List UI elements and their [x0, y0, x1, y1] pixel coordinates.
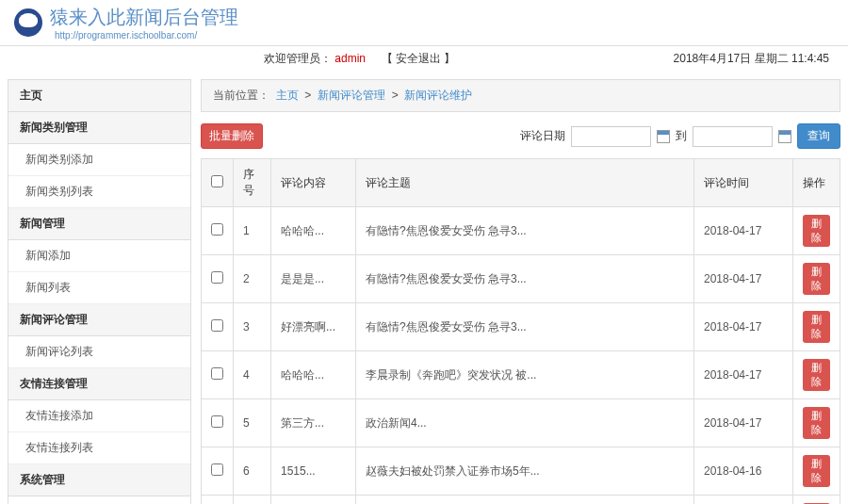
cell-time: 2018-04-17	[694, 351, 793, 399]
col-subject: 评论主题	[356, 159, 694, 207]
welcome-bar: 欢迎管理员： admin 【 安全退出 】 2018年4月17日 星期二 11:…	[0, 46, 848, 72]
search-button[interactable]: 查询	[797, 123, 840, 149]
cell-no: 3	[234, 303, 271, 351]
date-to-label: 到	[676, 128, 687, 144]
cell-no: 6	[234, 447, 271, 496]
cell-no: 1	[234, 207, 271, 255]
row-checkbox[interactable]	[211, 223, 223, 236]
row-checkbox[interactable]	[211, 319, 223, 332]
table-row: 5 第三方... 政治新闻4... 2018-04-17 删除	[202, 399, 840, 447]
sidebar-home[interactable]: 主页	[8, 80, 190, 112]
table-row: 2 是是是... 有隐情?焦恩俊爱女受伤 急寻3... 2018-04-17 删…	[202, 255, 840, 303]
col-no: 序号	[234, 159, 271, 207]
cell-no: 7	[234, 496, 271, 505]
cell-subject: 李晨录制《奔跑吧》突发状况 被...	[356, 351, 694, 399]
sidebar-item[interactable]: 新闻类别添加	[8, 144, 190, 176]
row-delete-button[interactable]: 删除	[803, 455, 830, 487]
table-row: 7 dsa... 香港少女穿热裤短裙逛便利店偷零食... 2014-05-12 …	[202, 496, 840, 505]
cell-content: 是是是...	[271, 255, 356, 303]
table-row: 6 1515... 赵薇夫妇被处罚禁入证券市场5年... 2018-04-16 …	[202, 447, 840, 496]
row-checkbox[interactable]	[211, 415, 223, 428]
cell-time: 2018-04-17	[694, 303, 793, 351]
table-row: 4 哈哈哈... 李晨录制《奔跑吧》突发状况 被... 2018-04-17 删…	[202, 351, 840, 399]
row-checkbox[interactable]	[211, 271, 223, 284]
row-delete-button[interactable]: 删除	[803, 263, 830, 295]
date-to-input[interactable]	[693, 126, 773, 147]
cell-subject: 香港少女穿热裤短裙逛便利店偷零食...	[356, 496, 694, 505]
sidebar-group-title[interactable]: 系统管理	[8, 464, 190, 496]
breadcrumb-leaf[interactable]: 新闻评论维护	[404, 89, 472, 102]
table-row: 1 哈哈哈... 有隐情?焦恩俊爱女受伤 急寻3... 2018-04-17 删…	[202, 207, 840, 255]
site-url: http://programmer.ischoolbar.com/	[55, 30, 238, 41]
cell-time: 2014-05-12	[694, 496, 793, 505]
breadcrumb: 当前位置： 主页 > 新闻评论管理 > 新闻评论维护	[201, 79, 840, 112]
col-content: 评论内容	[271, 159, 356, 207]
cell-time: 2018-04-17	[694, 399, 793, 447]
sidebar-group-title[interactable]: 新闻管理	[8, 208, 190, 240]
cell-subject: 政治新闻4...	[356, 399, 694, 447]
date-filter: 评论日期 到 查询	[520, 123, 840, 149]
row-delete-button[interactable]: 删除	[803, 311, 830, 343]
cell-time: 2018-04-17	[694, 207, 793, 255]
cell-no: 5	[234, 399, 271, 447]
admin-name: admin	[334, 52, 366, 65]
cell-content: 好漂亮啊...	[271, 303, 356, 351]
site-title: 猿来入此新闻后台管理	[50, 5, 238, 30]
breadcrumb-mid[interactable]: 新闻评论管理	[318, 89, 385, 102]
table-row: 3 好漂亮啊... 有隐情?焦恩俊爱女受伤 急寻3... 2018-04-17 …	[202, 303, 840, 351]
cell-no: 2	[234, 255, 271, 303]
datetime: 2018年4月17日 星期二 11:4:45	[674, 51, 829, 67]
calendar-icon[interactable]	[778, 130, 791, 143]
cell-content: 哈哈哈...	[271, 207, 356, 255]
breadcrumb-home[interactable]: 主页	[276, 89, 299, 102]
sidebar-group-title[interactable]: 友情连接管理	[8, 368, 190, 400]
cell-time: 2018-04-17	[694, 255, 793, 303]
welcome-prefix: 欢迎管理员：	[264, 52, 332, 65]
cell-time: 2018-04-16	[694, 447, 793, 496]
cell-subject: 有隐情?焦恩俊爱女受伤 急寻3...	[356, 207, 694, 255]
row-delete-button[interactable]: 删除	[803, 215, 830, 247]
sidebar-item[interactable]: 新闻评论列表	[8, 336, 190, 368]
sidebar-item[interactable]: 刷新服务器缓存	[8, 496, 190, 504]
sidebar-item[interactable]: 友情连接添加	[8, 400, 190, 432]
breadcrumb-prefix: 当前位置：	[213, 89, 269, 102]
calendar-icon[interactable]	[657, 130, 670, 143]
header: 猿来入此新闻后台管理 http://programmer.ischoolbar.…	[0, 0, 848, 46]
cell-subject: 赵薇夫妇被处罚禁入证券市场5年...	[356, 447, 694, 496]
batch-delete-button[interactable]: 批量删除	[201, 123, 263, 149]
sidebar-group-title[interactable]: 新闻评论管理	[8, 304, 190, 336]
cell-no: 4	[234, 351, 271, 399]
sidebar-group-title[interactable]: 新闻类别管理	[8, 112, 190, 144]
col-time: 评论时间	[694, 159, 793, 207]
cell-content: 第三方...	[271, 399, 356, 447]
comments-table: 序号 评论内容 评论主题 评论时间 操作 1 哈哈哈... 有隐情?焦恩俊爱女受…	[201, 158, 840, 504]
logout-link[interactable]: 【 安全退出 】	[382, 52, 456, 65]
row-checkbox[interactable]	[211, 367, 223, 380]
sidebar-item[interactable]: 新闻添加	[8, 240, 190, 272]
select-all-checkbox[interactable]	[211, 175, 223, 187]
monkey-icon	[14, 8, 42, 37]
cell-content: dsa...	[271, 496, 356, 505]
row-checkbox[interactable]	[211, 463, 223, 476]
logo-area: 猿来入此新闻后台管理 http://programmer.ischoolbar.…	[14, 5, 238, 41]
sidebar-item[interactable]: 新闻类别列表	[8, 176, 190, 208]
toolbar: 批量删除 评论日期 到 查询	[201, 123, 840, 149]
date-label: 评论日期	[520, 128, 565, 144]
row-delete-button[interactable]: 删除	[803, 407, 830, 439]
date-from-input[interactable]	[571, 126, 651, 147]
cell-content: 哈哈哈...	[271, 351, 356, 399]
row-delete-button[interactable]: 删除	[803, 359, 830, 391]
cell-subject: 有隐情?焦恩俊爱女受伤 急寻3...	[356, 255, 694, 303]
cell-content: 1515...	[271, 447, 356, 496]
sidebar: 主页 新闻类别管理新闻类别添加新闻类别列表新闻管理新闻添加新闻列表新闻评论管理新…	[8, 79, 191, 504]
content: 当前位置： 主页 > 新闻评论管理 > 新闻评论维护 批量删除 评论日期 到 查…	[201, 79, 840, 504]
col-action: 操作	[793, 159, 840, 207]
sidebar-item[interactable]: 新闻列表	[8, 272, 190, 304]
sidebar-item[interactable]: 友情连接列表	[8, 432, 190, 464]
cell-subject: 有隐情?焦恩俊爱女受伤 急寻3...	[356, 303, 694, 351]
